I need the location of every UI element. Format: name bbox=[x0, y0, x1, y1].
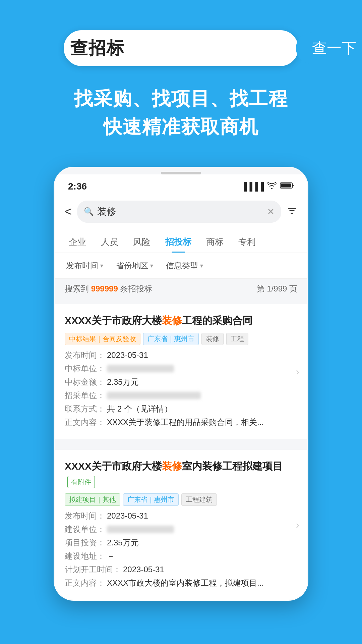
phone-filter-icon[interactable] bbox=[287, 205, 297, 218]
phone-search-box[interactable]: 🔍 装修 ✕ bbox=[77, 201, 281, 223]
tag-nijianzhu: 拟建项目｜其他 bbox=[65, 493, 120, 506]
result-item-2-address: 建设地址： － bbox=[65, 551, 297, 561]
tab-专利[interactable]: 专利 bbox=[231, 231, 263, 253]
result-item-2-investment: 项目投资： 2.35万元 bbox=[65, 537, 297, 548]
phone-status-icons: ▐▐▐▐ bbox=[241, 182, 294, 191]
result-item-2-chevron: › bbox=[296, 519, 299, 531]
item-divider bbox=[55, 439, 307, 444]
result-page: 第 1/999 页 bbox=[257, 283, 297, 294]
result-item-2-tags: 拟建项目｜其他 广东省｜惠州市 工程建筑 bbox=[65, 493, 297, 506]
filter-info-type[interactable]: 信息类型 ▾ bbox=[161, 258, 208, 274]
result-item-1-title: XXXX关于市政府大楼装修工程的采购合同 bbox=[65, 313, 297, 328]
subtitle-block: 找采购、找项目、找工程 快速精准获取商机 bbox=[74, 86, 288, 140]
main-search-input[interactable] bbox=[70, 38, 296, 58]
result-item-2-publish-time: 发布时间： 2023-05-31 bbox=[65, 511, 297, 521]
tag-guangdong-huizhou-2: 广东省｜惠州市 bbox=[123, 493, 179, 506]
phone-search-keyword: 装修 bbox=[97, 205, 264, 218]
filter-province-label: 省份地区 bbox=[116, 260, 148, 271]
phone-search-area: < 🔍 装修 ✕ bbox=[55, 195, 307, 228]
filter-publish-time-arrow: ▾ bbox=[100, 262, 103, 269]
tag-zhongbiao: 中标结果｜合同及验收 bbox=[65, 333, 140, 345]
result-count-bar: 搜索到 999999 条招投标 第 1/999 页 bbox=[55, 279, 307, 299]
phone-time: 2:36 bbox=[68, 181, 87, 192]
result-item-2-title: XXXX关于市政府大楼装修室内装修工程拟建项目 有附件 bbox=[65, 459, 297, 489]
result-item-1-content: 正文内容： XXXX关于装修工程的用品采购合同，相关... bbox=[65, 417, 297, 428]
result-item-2[interactable]: XXXX关于市政府大楼装修室内装修工程拟建项目 有附件 拟建项目｜其他 广东省｜… bbox=[55, 450, 307, 600]
filter-publish-time-label: 发布时间 bbox=[66, 260, 98, 271]
filter-publish-time[interactable]: 发布时间 ▾ bbox=[61, 258, 108, 274]
result-item-1-buyer: 招采单位： bbox=[65, 390, 297, 401]
result-item-1-chevron: › bbox=[296, 366, 299, 377]
phone-tabs: 企业 人员 风险 招投标 商标 专利 bbox=[55, 228, 307, 253]
result-item-1-winner-blurred bbox=[107, 365, 174, 372]
tab-企业[interactable]: 企业 bbox=[61, 231, 94, 253]
phone-mockup-wrapper: 2:36 ▐▐▐▐ bbox=[54, 167, 308, 614]
main-search-bar: 查一下 bbox=[64, 30, 298, 66]
filter-row: 发布时间 ▾ 省份地区 ▾ 信息类型 ▾ bbox=[55, 253, 307, 279]
result-count-text: 搜索到 999999 条招投标 bbox=[65, 283, 152, 294]
svg-rect-2 bbox=[288, 208, 296, 209]
svg-rect-3 bbox=[289, 210, 295, 211]
result-item-1-buyer-blurred bbox=[107, 392, 201, 399]
tab-招投标[interactable]: 招投标 bbox=[158, 231, 199, 253]
filter-info-type-arrow: ▾ bbox=[200, 262, 203, 269]
wifi-icon bbox=[267, 182, 277, 191]
hero-section: 查一下 找采购、找项目、找工程 快速精准获取商机 2:36 ▐▐▐▐ bbox=[0, 0, 362, 614]
phone-status-bar: 2:36 ▐▐▐▐ bbox=[55, 174, 307, 195]
result-prefix: 搜索到 bbox=[65, 284, 91, 293]
result-item-2-start-time: 计划开工时间： 2023-05-31 bbox=[65, 564, 297, 575]
phone-back-button[interactable]: < bbox=[65, 205, 72, 219]
tag-gongcheng-jianzhu: 工程建筑 bbox=[181, 493, 217, 506]
filter-province[interactable]: 省份地区 ▾ bbox=[111, 258, 158, 274]
phone-clear-icon[interactable]: ✕ bbox=[267, 207, 275, 217]
result-suffix: 条招投标 bbox=[118, 284, 153, 293]
result-item-1-contact: 联系方式： 共 2 个（见详情） bbox=[65, 404, 297, 414]
result-item-2-builder-blurred bbox=[107, 526, 174, 533]
phone-notch bbox=[161, 172, 201, 174]
battery-icon bbox=[280, 182, 294, 191]
svg-rect-1 bbox=[281, 183, 291, 187]
result-item-2-attachment-badge: 有附件 bbox=[67, 476, 95, 488]
tab-风险[interactable]: 风险 bbox=[126, 231, 158, 253]
phone-search-icon: 🔍 bbox=[84, 207, 94, 216]
tab-商标[interactable]: 商标 bbox=[199, 231, 231, 253]
svg-rect-4 bbox=[291, 213, 293, 214]
filter-info-type-label: 信息类型 bbox=[166, 260, 198, 271]
tag-zhuangxiu: 装修 bbox=[201, 333, 224, 345]
subtitle-line1: 找采购、找项目、找工程 bbox=[74, 86, 288, 112]
tab-人员[interactable]: 人员 bbox=[94, 231, 126, 253]
filter-province-arrow: ▾ bbox=[150, 262, 153, 269]
tag-guangdong-huizhou: 广东省｜惠州市 bbox=[143, 333, 199, 345]
main-search-button[interactable]: 查一下 bbox=[296, 32, 362, 64]
result-item-1-publish-time: 发布时间： 2023-05-31 bbox=[65, 350, 297, 361]
phone-mockup: 2:36 ▐▐▐▐ bbox=[54, 167, 308, 601]
result-item-1-tags: 中标结果｜合同及验收 广东省｜惠州市 装修 工程 bbox=[65, 333, 297, 345]
subtitle-line2: 快速精准获取商机 bbox=[74, 114, 288, 140]
result-count-num: 999999 bbox=[91, 284, 118, 293]
result-item-2-content: 正文内容： XXXX市政大楼的室内装修工程，拟建项目... bbox=[65, 578, 297, 588]
signal-icon: ▐▐▐▐ bbox=[241, 182, 264, 191]
result-item-2-builder: 建设单位： bbox=[65, 524, 297, 535]
result-item-1-winner: 中标单位： bbox=[65, 363, 297, 374]
tag-gongcheng: 工程 bbox=[226, 333, 248, 345]
result-item-1[interactable]: XXXX关于市政府大楼装修工程的采购合同 中标结果｜合同及验收 广东省｜惠州市 … bbox=[55, 304, 307, 439]
result-item-1-amount: 中标金额： 2.35万元 bbox=[65, 377, 297, 387]
